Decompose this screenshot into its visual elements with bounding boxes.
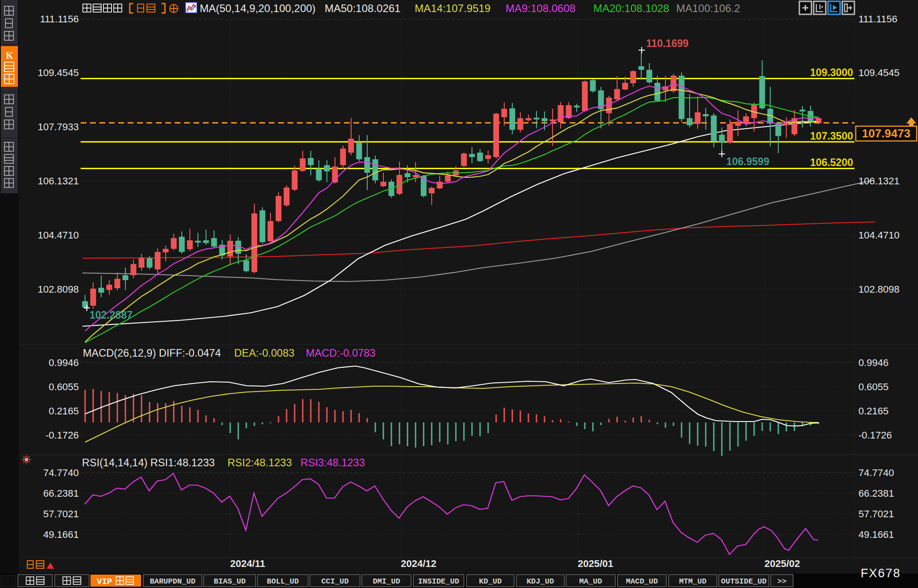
- svg-text:107.3500: 107.3500: [810, 130, 853, 142]
- svg-text:DMI_UD: DMI_UD: [373, 577, 400, 586]
- svg-text:104.4710: 104.4710: [38, 230, 79, 241]
- svg-text:-0.1726: -0.1726: [45, 430, 79, 441]
- svg-text:49.1661: 49.1661: [858, 529, 894, 540]
- svg-text:104.4710: 104.4710: [858, 230, 900, 241]
- svg-text:57.7021: 57.7021: [858, 508, 894, 520]
- svg-text:57.7021: 57.7021: [43, 508, 79, 520]
- svg-text:0.6055: 0.6055: [858, 381, 888, 392]
- svg-text:KDJ_UD: KDJ_UD: [527, 577, 554, 586]
- svg-text:DEA:-0.0083: DEA:-0.0083: [234, 347, 295, 359]
- svg-text:74.7740: 74.7740: [43, 467, 79, 478]
- svg-text:BOLL_UD: BOLL_UD: [267, 577, 299, 586]
- svg-text:K: K: [6, 50, 13, 61]
- svg-text:106.5200: 106.5200: [810, 157, 853, 168]
- svg-text:102.2887: 102.2887: [90, 309, 133, 321]
- svg-text:0.2165: 0.2165: [49, 405, 79, 417]
- svg-text:BIAS_UD: BIAS_UD: [214, 577, 245, 586]
- svg-text:2024/11: 2024/11: [230, 558, 265, 569]
- svg-text:MA14:107.9519: MA14:107.9519: [415, 2, 490, 14]
- svg-text:VIP: VIP: [97, 577, 112, 587]
- svg-text:FX678: FX678: [861, 567, 901, 580]
- svg-text:MTM_UD: MTM_UD: [679, 577, 706, 586]
- svg-text:102.8098: 102.8098: [38, 284, 79, 295]
- svg-text:66.2381: 66.2381: [858, 488, 894, 499]
- svg-text:0.6055: 0.6055: [49, 381, 79, 392]
- svg-text:111.1156: 111.1156: [858, 13, 897, 25]
- svg-text:-0.1726: -0.1726: [858, 430, 892, 441]
- svg-text:MA100:106.2: MA100:106.2: [676, 2, 740, 14]
- svg-text:109.4545: 109.4545: [38, 67, 79, 78]
- svg-text:RSI(14,14,14) RSI1:48.1233: RSI(14,14,14) RSI1:48.1233: [82, 457, 215, 469]
- svg-text:0.2165: 0.2165: [858, 405, 888, 417]
- svg-text:MACD(26,12,9) DIFF:-0.0474: MACD(26,12,9) DIFF:-0.0474: [83, 347, 221, 359]
- svg-text:109.3000: 109.3000: [810, 67, 853, 78]
- svg-text:KD_UD: KD_UD: [479, 577, 502, 586]
- svg-text:RSI3:48.1233: RSI3:48.1233: [300, 457, 365, 469]
- svg-text:107.7933: 107.7933: [38, 121, 79, 132]
- svg-text:RSI2:48.1233: RSI2:48.1233: [227, 457, 292, 469]
- svg-text:66.2381: 66.2381: [43, 488, 79, 499]
- svg-text:107.9473: 107.9473: [862, 127, 910, 140]
- svg-text:MA9:108.0608: MA9:108.0608: [506, 2, 575, 14]
- svg-text:INSIDE_UD: INSIDE_UD: [418, 577, 459, 586]
- svg-text:>>: >>: [777, 577, 786, 586]
- svg-text:2025/01: 2025/01: [578, 558, 613, 569]
- svg-text:OUTSIDE_UD: OUTSIDE_UD: [721, 577, 767, 586]
- svg-text:2024/12: 2024/12: [401, 558, 437, 569]
- svg-text:102.8098: 102.8098: [858, 284, 900, 295]
- svg-text:109.4545: 109.4545: [858, 67, 900, 78]
- svg-text:110.1699: 110.1699: [646, 38, 689, 49]
- svg-text:2025/02: 2025/02: [764, 558, 800, 569]
- svg-text:MACD_UD: MACD_UD: [626, 577, 658, 586]
- svg-text:MA20:108.1028: MA20:108.1028: [593, 2, 669, 14]
- svg-text:0.9946: 0.9946: [858, 357, 888, 368]
- svg-text:MACD:-0.0783: MACD:-0.0783: [306, 347, 375, 359]
- svg-text:111.1156: 111.1156: [40, 13, 79, 25]
- svg-text:106.1321: 106.1321: [858, 175, 900, 187]
- svg-text:BARUPDN_UD: BARUPDN_UD: [150, 577, 195, 586]
- svg-text:74.7740: 74.7740: [858, 467, 894, 478]
- svg-text:MA_UD: MA_UD: [579, 577, 602, 586]
- svg-text:MA50:108.0261: MA50:108.0261: [325, 2, 400, 14]
- svg-text:106.9599: 106.9599: [726, 156, 769, 167]
- svg-text:0.9946: 0.9946: [49, 357, 79, 368]
- svg-text:106.1321: 106.1321: [38, 175, 79, 187]
- svg-text:CCI_UD: CCI_UD: [321, 577, 348, 586]
- svg-text:MA(50,14,9,20,100,200): MA(50,14,9,20,100,200): [200, 2, 316, 14]
- svg-text:49.1661: 49.1661: [43, 529, 79, 540]
